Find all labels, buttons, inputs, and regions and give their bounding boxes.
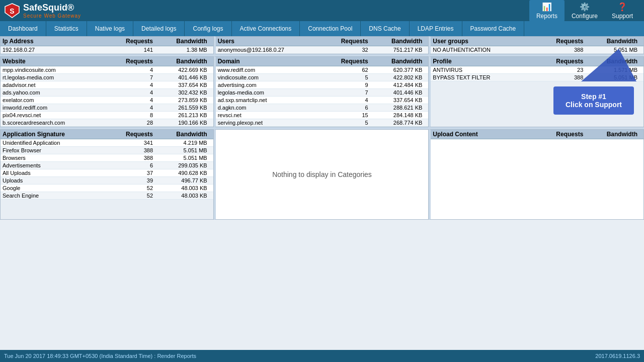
row-2: Website Requests Bandwidth mpp.vindicosu… — [0, 56, 644, 127]
tooltip-overlay: Step #1 Click on Support — [553, 86, 634, 115]
nav-tabs: Dashboard Statistics Native logs Detaile… — [0, 21, 644, 36]
table-row: rt.legolas-media.com 7 401.446 KB — [1, 74, 213, 81]
app-sig-rows: Unidentified Application 341 4.219 MBFir… — [1, 139, 213, 200]
tooltip-text: Click on Support — [562, 101, 625, 109]
domain-header: Domain Requests Bandwidth — [216, 57, 429, 66]
table-row: Search Engine 52 48.003 KB — [1, 192, 213, 200]
ip-col-name: Ip Address — [3, 38, 103, 45]
logo-area: S SafeSquid® Secure Web Gateway — [4, 3, 81, 19]
upload-header: Upload Content Requests Bandwidth — [431, 130, 643, 139]
main-content: Ip Address Requests Bandwidth 192.168.0.… — [0, 36, 644, 350]
table-row: legolas-media.com 7 401.446 KB — [216, 89, 429, 97]
configure-icon: ⚙️ — [580, 2, 590, 12]
tooltip-box: Step #1 Click on Support — [553, 86, 634, 115]
domain-rows: www.rediff.com 62 620.377 KBvindicosuite… — [216, 66, 429, 127]
table-row: serving.plexop.net 5 268.774 KB — [216, 119, 429, 127]
status-right: 2017.0619.1126.3 — [595, 353, 640, 359]
users-section: Users Requests Bandwidth anonymous@192.1… — [214, 36, 429, 54]
table-row: vindicosuite.com 5 422.802 KB — [216, 74, 429, 81]
table-row: Advertisements 6 299.035 KB — [1, 162, 213, 169]
support-icon: ❓ — [617, 2, 627, 12]
tab-config-logs[interactable]: Config logs — [185, 21, 231, 36]
users-section-header: Users Requests Bandwidth — [216, 37, 429, 46]
app-sig-header: Application Signature Requests Bandwidth — [1, 130, 213, 139]
upload-section: Upload Content Requests Bandwidth — [429, 129, 644, 220]
table-row: d.agkn.com 6 288.621 KB — [216, 104, 429, 112]
tooltip-step: Step #1 — [562, 93, 625, 101]
table-row: b.scorecardresearch.com 28 190.166 KB — [1, 119, 213, 127]
website-section: Website Requests Bandwidth mpp.vindicosu… — [0, 56, 214, 127]
table-row: pix04.revsci.net 8 261.213 KB — [1, 112, 213, 119]
top-nav: 📊 Reports ⚙️ Configure ❓ Support — [529, 0, 640, 22]
table-row: 192.168.0.27 141 1.38 MB — [1, 46, 213, 54]
tab-ldap-entries[interactable]: LDAP Entries — [410, 21, 462, 36]
table-row: anonymous@192.168.0.27 32 751.217 KB — [216, 46, 429, 54]
configure-nav-button[interactable]: ⚙️ Configure — [565, 0, 605, 22]
ip-section-header: Ip Address Requests Bandwidth — [1, 37, 213, 46]
logo-main: SafeSquid® — [23, 3, 74, 13]
logo-sub: Secure Web Gateway — [23, 13, 81, 19]
table-row: Unidentified Application 341 4.219 MB — [1, 139, 213, 147]
domain-section: Domain Requests Bandwidth www.rediff.com… — [214, 56, 429, 127]
status-left: Tue Jun 20 2017 18:49:33 GMT+0530 (India… — [4, 353, 196, 359]
row-3: Application Signature Requests Bandwidth… — [0, 129, 644, 220]
app-sig-section: Application Signature Requests Bandwidth… — [0, 129, 214, 220]
tab-dns-cache[interactable]: DNS Cache — [361, 21, 409, 36]
table-row: adadvisor.net 4 337.654 KB — [1, 81, 213, 89]
ip-col-bandwidth: Bandwidth — [157, 38, 211, 45]
tab-connection-pool[interactable]: Connection Pool — [300, 21, 361, 36]
user-groups-header: User groups Requests Bandwidth — [431, 37, 643, 46]
tab-native-logs[interactable]: Native logs — [87, 21, 133, 36]
ip-col-requests: Requests — [103, 38, 157, 45]
table-row: Browsers 388 5.051 MB — [1, 154, 213, 162]
categories-section: Nothing to display in Categories — [214, 129, 429, 220]
tooltip-arrow-svg — [579, 46, 639, 86]
tab-statistics[interactable]: Statistics — [46, 21, 87, 36]
tab-password-cache[interactable]: Password Cache — [462, 21, 525, 36]
table-row: Uploads 39 496.77 KB — [1, 177, 213, 185]
tab-active-connections[interactable]: Active Connections — [232, 21, 300, 36]
reports-icon: 📊 — [542, 2, 552, 12]
support-nav-button[interactable]: ❓ Support — [605, 0, 640, 22]
table-row: Google 52 48.003 KB — [1, 185, 213, 192]
website-rows: mpp.vindicosuite.com 4 422.669 KBrt.lego… — [1, 66, 213, 127]
top-header: S SafeSquid® Secure Web Gateway 📊 Report… — [0, 0, 644, 21]
table-row: Firefox Browser 388 5.051 MB — [1, 147, 213, 154]
tab-detailed-logs[interactable]: Detailed logs — [133, 21, 185, 36]
status-bar: Tue Jun 20 2017 18:49:33 GMT+0530 (India… — [0, 350, 644, 362]
table-row: advertising.com 9 412.484 KB — [216, 81, 429, 89]
table-row: imworld.rediff.com 4 261.559 KB — [1, 104, 213, 112]
logo-shield: S — [4, 3, 20, 19]
categories-empty-text: Nothing to display in Categories — [272, 170, 372, 178]
table-row: revsci.net 15 284.148 KB — [216, 112, 429, 119]
table-row: ad.sxp.smartclip.net 4 337.654 KB — [216, 97, 429, 104]
svg-marker-2 — [581, 49, 636, 81]
svg-text:S: S — [10, 7, 14, 15]
website-header: Website Requests Bandwidth — [1, 57, 213, 66]
reports-nav-button[interactable]: 📊 Reports — [529, 0, 565, 22]
table-row: mpp.vindicosuite.com 4 422.669 KB — [1, 66, 213, 74]
ip-section: Ip Address Requests Bandwidth 192.168.0.… — [0, 36, 214, 54]
row-1: Ip Address Requests Bandwidth 192.168.0.… — [0, 36, 644, 54]
table-row: ads.yahoo.com 4 302.432 KB — [1, 89, 213, 97]
table-row: www.rediff.com 62 620.377 KB — [216, 66, 429, 74]
table-row: exelator.com 4 273.859 KB — [1, 97, 213, 104]
tab-dashboard[interactable]: Dashboard — [0, 21, 46, 36]
table-row: All Uploads 37 490.628 KB — [1, 169, 213, 177]
